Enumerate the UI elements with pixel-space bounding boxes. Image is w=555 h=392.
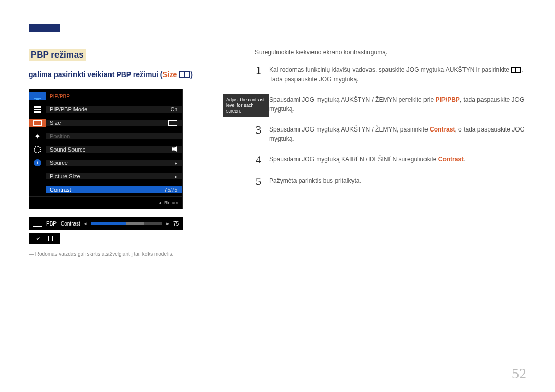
osd-tooltip: Adjust the contrast level for each scree… <box>223 94 269 117</box>
step-2a: Spausdami JOG mygtuką AUKŠTYN / ŽEMYN pe… <box>269 96 435 103</box>
slider-track <box>91 222 162 225</box>
step-3-text: Spausdami JOG mygtuką AUKŠTYN / ŽEMYN, p… <box>269 125 526 143</box>
step-4a: Spausdami JOG mygtuką KAIRĖN / DEŠINĖN s… <box>269 156 438 163</box>
step-4-highlight: Contrast <box>438 156 464 163</box>
subheading-size: Size <box>162 70 177 79</box>
osd-sound-label: Sound Source <box>50 146 172 153</box>
chevron-down-icon: ✓ <box>36 235 41 242</box>
slider-label: Contrast <box>61 221 80 227</box>
osd-picsize-label: Picture Size <box>50 173 175 179</box>
osd-menu-title: PIP/PBP <box>50 94 70 99</box>
pip-icon <box>33 119 42 127</box>
subheading-suffix: ) <box>190 70 193 79</box>
header-rule <box>29 32 526 32</box>
chevron-left-icon: ◂ <box>84 221 87 226</box>
osd-return: Return <box>164 200 178 206</box>
osd-mode-label: PIP/PBP Mode <box>50 106 171 113</box>
pbp-size-icon <box>179 71 190 78</box>
page-number: 52 <box>512 365 526 382</box>
step-5-text: Pažymėta parinktis bus pritaikyta. <box>269 176 361 186</box>
osd-contrast-value: 75/75 <box>164 187 177 193</box>
step-number: 1 <box>255 65 262 84</box>
gear-icon <box>34 146 41 153</box>
film-icon <box>34 106 41 113</box>
osd-source-label: Source <box>50 160 175 166</box>
section-heading: PBP režimas <box>29 49 86 61</box>
step-number: 5 <box>255 176 262 186</box>
osd-size-value <box>168 120 177 126</box>
osd-contrast-label: Contrast <box>50 186 164 193</box>
header-tab <box>29 24 60 32</box>
osd-panel: PIP/PBP PIP/PBP ModeOn Size ✦ Position S… <box>29 89 183 209</box>
mini-toggle-bar: ✓ <box>29 233 60 244</box>
step-2-text: Spausdami JOG mygtuką AUKŠTYN / ŽEMYN pe… <box>269 95 526 114</box>
pbp-icon <box>44 236 53 241</box>
footnote: Rodomas vaizdas gali skirtis atsižvelgia… <box>29 251 239 257</box>
slider-value: 75 <box>173 221 179 227</box>
step-3-highlight: Contrast <box>430 126 455 133</box>
chevron-right-icon <box>175 174 177 179</box>
star-icon: ✦ <box>33 132 42 140</box>
intro-text: Sureguliuokite kiekvieno ekrano kontrast… <box>255 49 526 56</box>
pbp-icon <box>33 221 42 227</box>
step-2-highlight: PIP/PBP <box>435 96 459 103</box>
osd-size-label: Size <box>50 120 168 126</box>
step-number: 4 <box>255 155 262 165</box>
contrast-slider-bar: PBP Contrast ◂ ▸ 75 <box>29 217 183 230</box>
subheading-prefix: galima pasirinkti veikiant PBP režimui ( <box>29 70 162 79</box>
osd-mode-value: On <box>171 107 177 113</box>
step-1a: Kai rodomas funkcinių klavišų vadovas, s… <box>269 66 511 73</box>
step-1-text: Kai rodomas funkcinių klavišų vadovas, s… <box>269 65 526 84</box>
info-icon: i <box>33 159 42 167</box>
speaker-icon <box>172 146 177 153</box>
osd-position-label: Position <box>50 133 177 139</box>
step-4-text: Spausdami JOG mygtuką KAIRĖN / DEŠINĖN s… <box>269 155 465 165</box>
step-3a: Spausdami JOG mygtuką AUKŠTYN / ŽEMYN, p… <box>269 126 430 133</box>
section-subheading: galima pasirinkti veikiant PBP režimui (… <box>29 70 239 79</box>
monitor-icon <box>33 92 42 100</box>
pbp-icon <box>511 67 521 73</box>
chevron-right-icon: ▸ <box>166 221 169 226</box>
step-4b: . <box>464 156 465 163</box>
slider-prefix: PBP <box>46 221 57 227</box>
step-number: 3 <box>255 125 262 143</box>
chevron-right-icon <box>175 160 177 166</box>
chevron-left-icon: ◂ <box>159 200 161 206</box>
osd-footer: ◂ Return <box>29 196 182 209</box>
